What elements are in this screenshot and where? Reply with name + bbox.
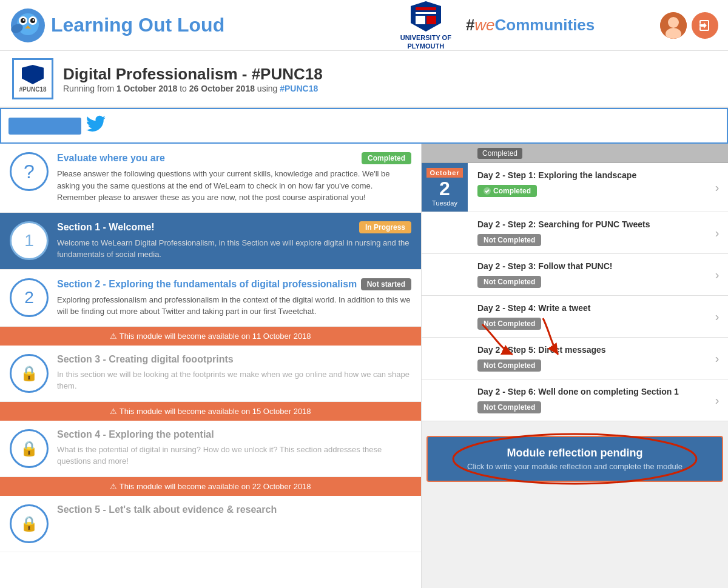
logo-text: Learning Out Loud bbox=[51, 14, 224, 36]
svg-point-19 bbox=[453, 434, 696, 484]
section-evaluate-header: Evaluate where you are Completed bbox=[57, 152, 411, 164]
section-evaluate-icon: ? bbox=[10, 152, 49, 191]
social-bar bbox=[0, 108, 728, 144]
section-4-desc: What is the potential of digital in nurs… bbox=[57, 444, 411, 467]
step-status-4: Not Completed bbox=[477, 318, 541, 330]
university-logo-area: UNIVERSITY OF PLYMOUTH #weCommunities bbox=[335, 0, 660, 50]
red-circle-annotation bbox=[423, 432, 727, 486]
hashtag-link[interactable]: #PUNC18 bbox=[280, 84, 318, 93]
course-subtitle: Running from 1 October 2018 to 26 Octobe… bbox=[63, 84, 323, 93]
university-logo: UNIVERSITY OF PLYMOUTH bbox=[400, 0, 451, 50]
step-arrow-5: › bbox=[706, 338, 728, 379]
page-header: Learning Out Loud UNIVERSITY OF PLYMOUTH… bbox=[0, 0, 728, 51]
step-weekday: Tuesday bbox=[432, 199, 457, 207]
step-main-3: Day 2 - Step 3: Follow that PUNC! Not Co… bbox=[468, 254, 706, 295]
section-5-name: Section 5 - Let's talk about evidence & … bbox=[57, 504, 277, 515]
right-panel: Completed October 2 Tuesday Day 2 - Step… bbox=[422, 144, 728, 588]
bird-logo bbox=[10, 7, 46, 44]
section-1-content: Section 1 - Welcome! In Progress Welcome… bbox=[57, 221, 411, 261]
end-date: 26 October 2018 bbox=[189, 84, 255, 93]
step-spacer-4 bbox=[422, 296, 468, 337]
using-text: using bbox=[257, 84, 280, 93]
progress-bar bbox=[8, 118, 81, 135]
section-1-desc: Welcome to WeLearn Digital Professionali… bbox=[57, 237, 411, 261]
step-status-1: Completed bbox=[477, 185, 537, 197]
uni-name-line2: PLYMOUTH bbox=[407, 42, 444, 50]
section-evaluate[interactable]: ? Evaluate where you are Completed Pleas… bbox=[0, 144, 421, 213]
step-main-1: Day 2 - Step 1: Exploring the landscape … bbox=[468, 163, 706, 212]
step-status-5: Not Completed bbox=[477, 359, 541, 372]
step-spacer-2 bbox=[422, 212, 468, 253]
section-3-header: Section 3 - Creating digital foootprints bbox=[57, 354, 411, 365]
course-header: #PUNC18 Digital Professionalism - #PUNC1… bbox=[0, 51, 728, 108]
section-2[interactable]: 2 Section 2 - Exploring the fundamentals… bbox=[0, 270, 421, 327]
step-day2-step1[interactable]: October 2 Tuesday Day 2 - Step 1: Explor… bbox=[422, 163, 728, 212]
uni-name-line1: UNIVERSITY OF bbox=[400, 34, 451, 41]
svg-rect-13 bbox=[416, 16, 425, 24]
svg-rect-12 bbox=[416, 12, 436, 14]
step-title-1: Day 2 - Step 1: Exploring the landscape bbox=[477, 170, 696, 180]
section-5-header: Section 5 - Let's talk about evidence & … bbox=[57, 504, 411, 515]
day1-status: Completed bbox=[477, 148, 522, 159]
section-3: 🔒 Section 3 - Creating digital foootprin… bbox=[0, 346, 421, 402]
course-icon-label: #PUNC18 bbox=[19, 86, 46, 93]
step-day2-step2[interactable]: Day 2 - Step 2: Searching for PUNC Tweet… bbox=[422, 212, 728, 254]
section-1-name: Section 1 - Welcome! bbox=[57, 222, 155, 233]
step-arrow-6: › bbox=[706, 379, 728, 421]
subtitle-prefix: Running from bbox=[63, 84, 116, 93]
section-3-name: Section 3 - Creating digital foootprints bbox=[57, 354, 234, 365]
day1-hidden-item: Completed bbox=[422, 144, 728, 163]
step-status-3: Not Completed bbox=[477, 276, 541, 288]
svg-rect-11 bbox=[416, 7, 436, 10]
section-3-content: Section 3 - Creating digital foootprints… bbox=[57, 354, 411, 392]
step-status-label-1: Completed bbox=[493, 187, 531, 195]
main-layout: ? Evaluate where you are Completed Pleas… bbox=[0, 144, 728, 588]
logout-button[interactable] bbox=[692, 12, 718, 39]
user-controls bbox=[660, 12, 718, 39]
module-reflection-button[interactable]: Module reflection pending Click to write… bbox=[426, 436, 723, 482]
section-2-desc: Exploring professionalism and profession… bbox=[57, 294, 411, 318]
annotation-area bbox=[422, 421, 728, 431]
step-month: October bbox=[426, 168, 463, 178]
we-text: we bbox=[474, 16, 494, 34]
section-1[interactable]: 1 Section 1 - Welcome! In Progress Welco… bbox=[0, 213, 421, 270]
step-day2-step5[interactable]: Day 2 - Step 5: Direct messages Not Comp… bbox=[422, 338, 728, 379]
left-panel: ? Evaluate where you are Completed Pleas… bbox=[0, 144, 422, 588]
to-text: to bbox=[180, 84, 189, 93]
svg-point-6 bbox=[23, 19, 25, 21]
step-spacer-5 bbox=[422, 338, 468, 379]
step-date-col: October 2 Tuesday bbox=[422, 163, 468, 212]
step-main-6: Day 2 - Step 6: Well done on completing … bbox=[468, 379, 706, 421]
section-2-icon: 2 bbox=[10, 278, 49, 317]
section-1-badge: In Progress bbox=[359, 221, 411, 233]
step-day2-step3[interactable]: Day 2 - Step 3: Follow that PUNC! Not Co… bbox=[422, 254, 728, 296]
step-main-4: Day 2 - Step 4: Write a tweet Not Comple… bbox=[468, 296, 706, 337]
section-4-icon: 🔒 bbox=[10, 429, 49, 468]
step-arrow-4: › bbox=[706, 296, 728, 337]
svg-point-7 bbox=[33, 19, 35, 21]
step-day2-step6[interactable]: Day 2 - Step 6: Well done on completing … bbox=[422, 379, 728, 421]
step-spacer-6 bbox=[422, 379, 468, 421]
communities-hashtag: #weCommunities bbox=[466, 16, 595, 35]
section-2-header: Section 2 - Exploring the fundamentals o… bbox=[57, 278, 411, 290]
step-status-2: Not Completed bbox=[477, 234, 541, 246]
section-2-content: Section 2 - Exploring the fundamentals o… bbox=[57, 278, 411, 318]
step-arrow-1: › bbox=[706, 163, 728, 212]
step-day2-step4[interactable]: Day 2 - Step 4: Write a tweet Not Comple… bbox=[422, 296, 728, 338]
step-main-5: Day 2 - Step 5: Direct messages Not Comp… bbox=[468, 338, 706, 379]
course-icon: #PUNC18 bbox=[12, 58, 53, 99]
step-title-3: Day 2 - Step 3: Follow that PUNC! bbox=[477, 261, 696, 271]
step-title-4: Day 2 - Step 4: Write a tweet bbox=[477, 303, 696, 313]
step-day-num: 2 bbox=[439, 179, 450, 198]
twitter-icon[interactable] bbox=[86, 114, 106, 138]
uni-shield-icon bbox=[410, 0, 442, 33]
svg-marker-10 bbox=[411, 1, 441, 32]
section-2-name: Section 2 - Exploring the fundamentals o… bbox=[57, 279, 357, 290]
section-5-banner: ⚠ This module will become available on 2… bbox=[0, 477, 421, 496]
course-title: Digital Professionalism - #PUNC18 bbox=[63, 65, 323, 84]
logo-area: Learning Out Loud bbox=[10, 7, 335, 44]
step-arrow-3: › bbox=[706, 254, 728, 295]
section-4-content: Section 4 - Exploring the potential What… bbox=[57, 429, 411, 467]
section-evaluate-desc: Please answer the following questions wi… bbox=[57, 168, 411, 204]
check-icon bbox=[484, 187, 491, 195]
